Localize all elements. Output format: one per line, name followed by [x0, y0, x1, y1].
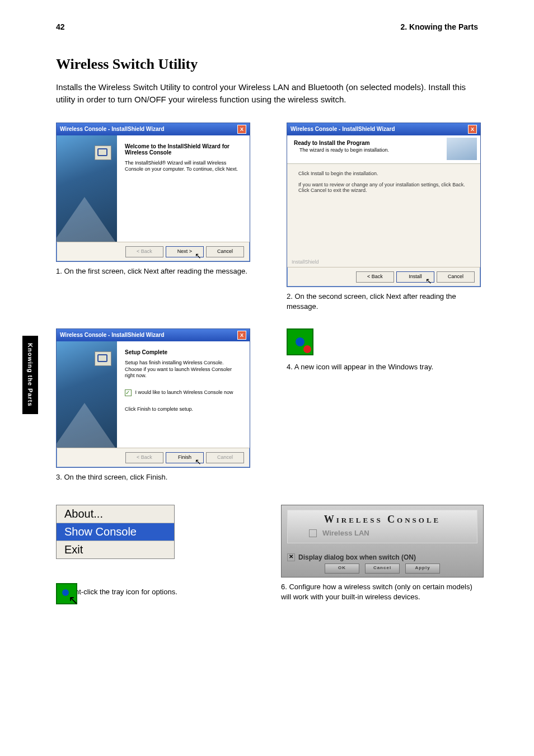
tray-icon[interactable]	[287, 328, 313, 355]
wizard-heading: Setup Complete	[125, 349, 242, 355]
caption-3: 3. On the third screen, click Finish.	[56, 472, 253, 482]
apply-button[interactable]: Apply	[405, 564, 440, 574]
wizard-heading: Welcome to the InstallShield Wizard for …	[125, 143, 242, 156]
wizard-text: Setup has finish installing Wireless Con…	[125, 360, 242, 379]
wizard-sidebar-image	[57, 341, 117, 448]
wizard-welcome: Wireless Console - InstallShield Wizard …	[56, 123, 250, 262]
section-intro: Installs the Wireless Switch Utility to …	[56, 81, 484, 106]
checkbox-icon[interactable]	[287, 553, 295, 561]
header-section: 2. Knowing the Parts	[401, 22, 478, 31]
page-number: 42	[56, 22, 65, 31]
caption-2: 2. On the second screen, click Next afte…	[287, 292, 484, 312]
window-title: Wireless Console - InstallShield Wizard	[60, 126, 165, 132]
wizard-text: Click Finish to complete setup.	[125, 406, 242, 413]
cancel-button[interactable]: Cancel	[206, 246, 244, 257]
wizard-sidebar-image	[57, 135, 117, 242]
header-image	[447, 138, 477, 160]
caption-6: 6. Configure how a wireless switch (only…	[281, 582, 484, 602]
launch-now-checkbox[interactable]: I would like to launch Wireless Console …	[125, 389, 242, 396]
close-icon[interactable]: X	[237, 125, 246, 134]
caption-1: 1. On the first screen, click Next after…	[56, 266, 253, 276]
wizard-text: Click Install to begin the installation.	[298, 171, 469, 176]
back-button: < Back	[125, 246, 163, 257]
checkbox-icon[interactable]	[309, 529, 317, 537]
wlan-toggle[interactable]: Wireless LAN	[292, 529, 472, 537]
window-title: Wireless Console - InstallShield Wizard	[60, 332, 165, 338]
wireless-console-panel: Wireless Console Wireless LAN Display di…	[281, 505, 484, 577]
cancel-button[interactable]: Cancel	[365, 564, 400, 574]
section-title: Wireless Switch Utility	[56, 56, 484, 73]
cancel-button[interactable]: Cancel	[437, 271, 475, 283]
close-icon[interactable]: X	[237, 331, 246, 340]
next-button[interactable]: Next >	[166, 246, 204, 257]
installer-icon	[95, 351, 111, 366]
close-icon[interactable]: X	[468, 125, 477, 134]
back-button[interactable]: < Back	[356, 271, 394, 283]
back-button: < Back	[125, 452, 163, 463]
display-dialog-checkbox[interactable]: Display dialog box when switch (ON)	[287, 553, 477, 561]
caption-4: 4. A new icon will appear in the Windows…	[287, 362, 484, 372]
wizard-text: If you want to review or change any of y…	[298, 182, 469, 193]
cursor-icon: ↖	[68, 593, 78, 608]
panel-title: Wireless Console	[292, 514, 472, 525]
window-title: Wireless Console - InstallShield Wizard	[291, 126, 395, 132]
menu-item-about[interactable]: About...	[57, 505, 174, 523]
menu-item-show-console[interactable]: Show Console	[57, 523, 174, 541]
wizard-body-text: The InstallShield® Wizard will install W…	[125, 160, 242, 173]
ok-button[interactable]: OK	[325, 564, 359, 574]
tray-context-menu: About... Show Console Exit	[56, 505, 175, 559]
wireless-icon	[296, 337, 305, 346]
cancel-button: Cancel	[206, 452, 244, 463]
status-dot-icon	[303, 345, 311, 353]
checkbox-icon[interactable]	[125, 389, 132, 396]
finish-button[interactable]: Finish	[166, 452, 204, 463]
install-button[interactable]: Install	[396, 271, 434, 283]
installshield-label: InstallShield	[292, 259, 319, 265]
side-tab: Knowing the Parts	[22, 336, 38, 414]
installer-icon	[95, 145, 111, 160]
menu-item-exit[interactable]: Exit	[57, 541, 174, 558]
wizard-ready: Wireless Console - InstallShield Wizard …	[287, 123, 481, 287]
wizard-complete: Wireless Console - InstallShield Wizard …	[56, 328, 250, 468]
caption-5: 5. Right-click the tray icon for options…	[56, 587, 247, 597]
